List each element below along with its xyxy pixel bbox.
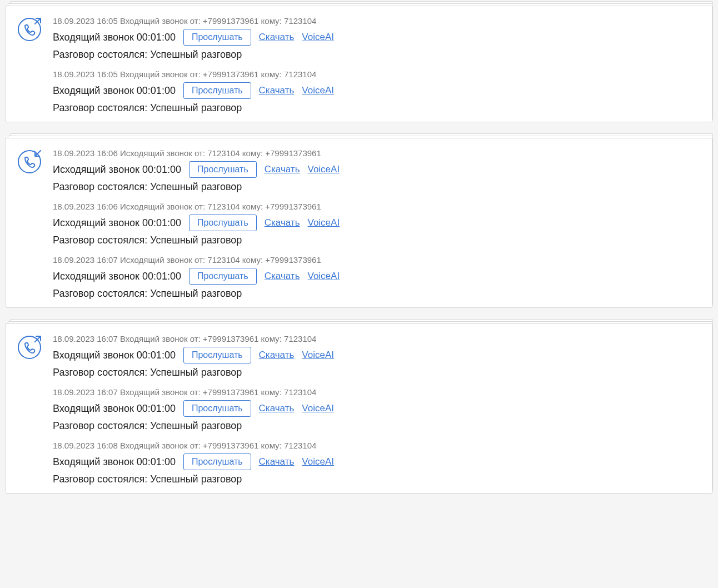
call-title: Входящий звонок 00:01:00	[53, 350, 176, 361]
call-title: Исходящий звонок 00:01:00	[53, 217, 181, 229]
call-card: 18.09.2023 16:05 Входящий звонок от: +79…	[6, 6, 712, 122]
voiceai-link[interactable]: VoiceAI	[302, 85, 334, 96]
voiceai-link[interactable]: VoiceAI	[302, 350, 334, 361]
download-link[interactable]: Скачать	[259, 403, 295, 414]
voiceai-link[interactable]: VoiceAI	[307, 217, 340, 228]
call-entry: 18.09.2023 16:08 Входящий звонок от: +79…	[53, 441, 701, 485]
card-body: 18.09.2023 16:05 Входящий звонок от: +79…	[53, 16, 701, 114]
call-action-line: Исходящий звонок 00:01:00ПрослушатьСкача…	[53, 161, 701, 178]
call-result-line: Разговор состоялся: Успешный разговор	[53, 49, 701, 61]
call-meta-line: 18.09.2023 16:06 Исходящий звонок от: 71…	[53, 202, 701, 211]
call-entry: 18.09.2023 16:06 Исходящий звонок от: 71…	[53, 202, 701, 246]
call-card: 18.09.2023 16:06 Исходящий звонок от: 71…	[6, 138, 712, 308]
call-result-line: Разговор состоялся: Успешный разговор	[53, 102, 701, 114]
download-link[interactable]: Скачать	[265, 271, 300, 282]
call-action-line: Исходящий звонок 00:01:00ПрослушатьСкача…	[53, 215, 701, 231]
play-button[interactable]: Прослушать	[189, 268, 257, 285]
call-entry: 18.09.2023 16:07 Исходящий звонок от: 71…	[53, 255, 701, 300]
call-action-line: Входящий звонок 00:01:00ПрослушатьСкачат…	[53, 82, 701, 99]
incoming-call-icon	[17, 335, 42, 360]
download-link[interactable]: Скачать	[259, 350, 295, 361]
call-card-group: 18.09.2023 16:07 Входящий звонок от: +79…	[6, 323, 712, 494]
call-meta-line: 18.09.2023 16:07 Входящий звонок от: +79…	[53, 387, 701, 397]
voiceai-link[interactable]: VoiceAI	[307, 164, 340, 175]
call-entry: 18.09.2023 16:05 Входящий звонок от: +79…	[53, 69, 701, 114]
voiceai-link[interactable]: VoiceAI	[302, 403, 334, 414]
voiceai-link[interactable]: VoiceAI	[302, 32, 334, 43]
play-button[interactable]: Прослушать	[189, 161, 257, 178]
call-entry: 18.09.2023 16:05 Входящий звонок от: +79…	[53, 16, 701, 61]
call-meta-line: 18.09.2023 16:07 Исходящий звонок от: 71…	[53, 255, 701, 265]
card-body: 18.09.2023 16:07 Входящий звонок от: +79…	[53, 334, 701, 485]
call-title: Входящий звонок 00:01:00	[53, 456, 176, 468]
play-button[interactable]: Прослушать	[183, 454, 251, 470]
download-link[interactable]: Скачать	[265, 217, 300, 228]
voiceai-link[interactable]: VoiceAI	[302, 456, 334, 467]
download-link[interactable]: Скачать	[259, 85, 295, 96]
call-title: Входящий звонок 00:01:00	[53, 32, 176, 43]
play-button[interactable]: Прослушать	[183, 29, 251, 46]
call-result-line: Разговор состоялся: Успешный разговор	[53, 367, 701, 378]
call-title: Входящий звонок 00:01:00	[53, 85, 176, 97]
call-meta-line: 18.09.2023 16:06 Исходящий звонок от: 71…	[53, 148, 701, 158]
call-meta-line: 18.09.2023 16:08 Входящий звонок от: +79…	[53, 441, 701, 450]
call-meta-line: 18.09.2023 16:05 Входящий звонок от: +79…	[53, 16, 701, 26]
call-result-line: Разговор состоялся: Успешный разговор	[53, 420, 701, 432]
call-action-line: Входящий звонок 00:01:00ПрослушатьСкачат…	[53, 454, 701, 470]
call-entry: 18.09.2023 16:07 Входящий звонок от: +79…	[53, 387, 701, 432]
incoming-call-icon	[17, 17, 42, 42]
call-action-line: Входящий звонок 00:01:00ПрослушатьСкачат…	[53, 29, 701, 46]
call-entry: 18.09.2023 16:07 Входящий звонок от: +79…	[53, 334, 701, 378]
call-result-line: Разговор состоялся: Успешный разговор	[53, 288, 701, 300]
call-entry: 18.09.2023 16:06 Исходящий звонок от: 71…	[53, 148, 701, 193]
outgoing-call-icon	[17, 150, 42, 174]
call-action-line: Исходящий звонок 00:01:00ПрослушатьСкача…	[53, 268, 701, 285]
call-meta-line: 18.09.2023 16:05 Входящий звонок от: +79…	[53, 69, 701, 79]
call-result-line: Разговор состоялся: Успешный разговор	[53, 235, 701, 246]
call-result-line: Разговор состоялся: Успешный разговор	[53, 181, 701, 193]
call-result-line: Разговор состоялся: Успешный разговор	[53, 474, 701, 485]
card-body: 18.09.2023 16:06 Исходящий звонок от: 71…	[53, 148, 701, 300]
play-button[interactable]: Прослушать	[189, 215, 257, 231]
call-meta-line: 18.09.2023 16:07 Входящий звонок от: +79…	[53, 334, 701, 343]
voiceai-link[interactable]: VoiceAI	[307, 271, 340, 282]
call-card-group: 18.09.2023 16:06 Исходящий звонок от: 71…	[6, 138, 712, 308]
download-link[interactable]: Скачать	[259, 456, 295, 467]
call-action-line: Входящий звонок 00:01:00ПрослушатьСкачат…	[53, 347, 701, 363]
play-button[interactable]: Прослушать	[183, 347, 251, 363]
play-button[interactable]: Прослушать	[183, 82, 251, 99]
call-title: Входящий звонок 00:01:00	[53, 403, 176, 415]
call-card: 18.09.2023 16:07 Входящий звонок от: +79…	[6, 323, 712, 494]
download-link[interactable]: Скачать	[259, 32, 295, 43]
download-link[interactable]: Скачать	[265, 164, 300, 175]
call-card-group: 18.09.2023 16:05 Входящий звонок от: +79…	[6, 6, 712, 122]
call-action-line: Входящий звонок 00:01:00ПрослушатьСкачат…	[53, 400, 701, 417]
call-title: Исходящий звонок 00:01:00	[53, 164, 181, 176]
call-title: Исходящий звонок 00:01:00	[53, 271, 181, 282]
play-button[interactable]: Прослушать	[183, 400, 251, 417]
